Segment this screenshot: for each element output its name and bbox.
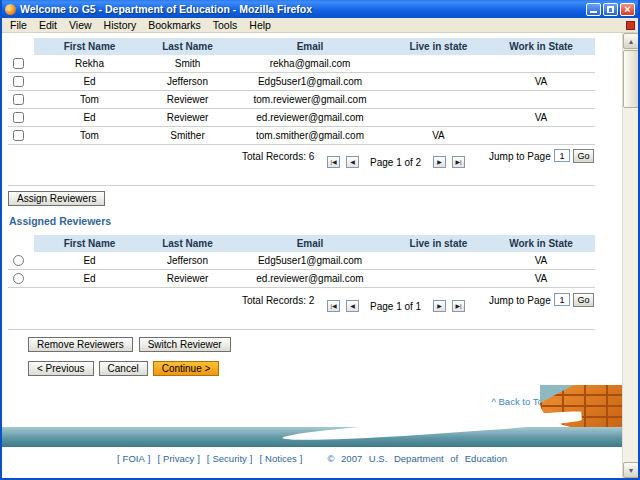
menu-item[interactable]: Edit — [33, 18, 63, 32]
cell-email: Edg5user1@gmail.com — [230, 255, 390, 266]
assigned-reviewers-table: First Name Last Name Email Live in state… — [8, 235, 595, 288]
candidate-checkbox[interactable] — [13, 94, 24, 105]
jump-to-page-input[interactable] — [554, 293, 570, 306]
section-divider — [8, 185, 595, 186]
switch-reviewer-button[interactable]: Switch Reviewer — [139, 337, 231, 352]
reviewer-radio[interactable] — [13, 255, 24, 266]
copyright-text: © 2007 U.S. Department of Education — [327, 453, 507, 464]
brand-icon — [626, 21, 635, 30]
last-page-button[interactable]: ▶| — [452, 300, 465, 312]
candidates-table: First Name Last Name Email Live in state… — [8, 38, 595, 145]
cancel-button[interactable]: Cancel — [99, 361, 148, 376]
row-select-cell — [8, 255, 34, 266]
menu-item[interactable]: View — [63, 18, 98, 32]
cell-first-name: Ed — [34, 76, 145, 87]
maximize-button[interactable] — [603, 3, 618, 16]
menu-item[interactable]: Bookmarks — [142, 18, 207, 32]
next-page-button[interactable]: ▶ — [433, 300, 446, 312]
col-header-last-name: Last Name — [145, 38, 230, 55]
wizard-nav-buttons: < Previous Cancel Continue > — [28, 361, 219, 376]
bracket: [ — [259, 453, 262, 464]
cell-last-name: Smith — [145, 58, 230, 69]
col-header-first-name: First Name — [34, 235, 145, 252]
menu-item[interactable]: History — [98, 18, 143, 32]
go-button[interactable]: Go — [573, 149, 594, 163]
bracket: ] — [197, 453, 200, 464]
footer-link[interactable]: Notices — [265, 453, 297, 464]
page-content: First Name Last Name Email Live in state… — [2, 33, 622, 478]
cell-last-name: Smither — [145, 130, 230, 141]
cell-work-in-state: VA — [487, 112, 595, 123]
candidate-checkbox[interactable] — [13, 130, 24, 141]
prev-page-button[interactable]: ◀ — [346, 156, 359, 168]
cell-first-name: Ed — [34, 255, 145, 266]
candidate-row: Tom Smither tom.smither@gmail.com VA — [8, 127, 595, 145]
vertical-scrollbar[interactable]: ▲ ▼ — [622, 33, 638, 478]
first-page-button[interactable]: |◀ — [327, 300, 340, 312]
row-select-cell — [8, 94, 34, 105]
menu-bar: File Edit View History Bookmarks Tools H… — [2, 18, 638, 33]
candidate-checkbox[interactable] — [13, 58, 24, 69]
cell-work-in-state: VA — [487, 273, 595, 284]
col-header-email: Email — [230, 235, 390, 252]
next-page-button[interactable]: ▶ — [433, 156, 446, 168]
row-select-cell — [8, 130, 34, 141]
jump-to-page-input[interactable] — [554, 149, 570, 162]
jump-to-page-label: Jump to Page — [489, 151, 551, 162]
prev-page-button[interactable]: ◀ — [346, 300, 359, 312]
reviewer-action-buttons: Remove Reviewers Switch Reviewer — [28, 337, 231, 352]
cell-last-name: Jefferson — [145, 255, 230, 266]
scroll-up-button[interactable]: ▲ — [623, 33, 639, 49]
cell-work-in-state: VA — [487, 255, 595, 266]
reviewer-radio[interactable] — [13, 273, 24, 284]
cell-email: ed.reviewer@gmail.com — [230, 112, 390, 123]
menu-item[interactable]: File — [4, 18, 33, 32]
close-button[interactable]: × — [620, 3, 635, 16]
candidates-pagination: Total Records: 6 |◀ ◀ Page 1 of 2 ▶ ▶| J… — [2, 147, 622, 173]
total-records-label: Total Records: 2 — [242, 295, 314, 306]
assign-reviewers-button[interactable]: Assign Reviewers — [8, 191, 105, 206]
footer: [FOIA] [Privacy] [Security] [Notices] © … — [2, 453, 622, 464]
assigned-reviewers-heading: Assigned Reviewers — [9, 215, 111, 227]
menu-item[interactable]: Tools — [207, 18, 244, 32]
bracket: ] — [148, 453, 151, 464]
scrollbar-thumb[interactable] — [623, 50, 639, 108]
cell-email: tom.smither@gmail.com — [230, 130, 390, 141]
candidate-row: Ed Reviewer ed.reviewer@gmail.com VA — [8, 109, 595, 127]
cell-first-name: Ed — [34, 273, 145, 284]
candidate-row: Tom Reviewer tom.reviewer@gmail.com — [8, 91, 595, 109]
firefox-icon — [5, 4, 16, 15]
col-header-email: Email — [230, 38, 390, 55]
minimize-button[interactable] — [586, 3, 601, 16]
cell-email: Edg5user1@gmail.com — [230, 76, 390, 87]
scroll-down-button[interactable]: ▼ — [623, 462, 639, 478]
footer-link[interactable]: FOIA — [123, 453, 145, 464]
go-button[interactable]: Go — [573, 293, 594, 307]
first-page-button[interactable]: |◀ — [327, 156, 340, 168]
assigned-pagination: Total Records: 2 |◀ ◀ Page 1 of 1 ▶ ▶| J… — [2, 291, 622, 317]
last-page-button[interactable]: ▶| — [452, 156, 465, 168]
assigned-table-header: First Name Last Name Email Live in state… — [8, 235, 595, 252]
previous-button[interactable]: < Previous — [28, 361, 94, 376]
cell-first-name: Ed — [34, 112, 145, 123]
candidate-row: Rekha Smith rekha@gmail.com — [8, 55, 595, 73]
cell-last-name: Reviewer — [145, 273, 230, 284]
section-divider — [8, 329, 595, 330]
candidate-checkbox[interactable] — [13, 112, 24, 123]
continue-button[interactable]: Continue > — [153, 361, 220, 376]
bracket: [ — [157, 453, 160, 464]
candidate-checkbox[interactable] — [13, 76, 24, 87]
cell-email: ed.reviewer@gmail.com — [230, 273, 390, 284]
footer-link[interactable]: Privacy — [163, 453, 194, 464]
jump-to-page-label: Jump to Page — [489, 295, 551, 306]
page-indicator: Page 1 of 1 — [370, 301, 421, 312]
remove-reviewers-button[interactable]: Remove Reviewers — [28, 337, 133, 352]
col-header-live-in-state: Live in state — [390, 235, 487, 252]
col-header-live-in-state: Live in state — [390, 38, 487, 55]
assigned-reviewer-row: Ed Reviewer ed.reviewer@gmail.com VA — [8, 270, 595, 288]
footer-link[interactable]: Security — [212, 453, 246, 464]
page-indicator: Page 1 of 2 — [370, 157, 421, 168]
menu-item[interactable]: Help — [243, 18, 277, 32]
title-bar[interactable]: Welcome to G5 - Department of Education … — [2, 0, 638, 18]
footer-link-item: [Security] — [207, 453, 253, 464]
